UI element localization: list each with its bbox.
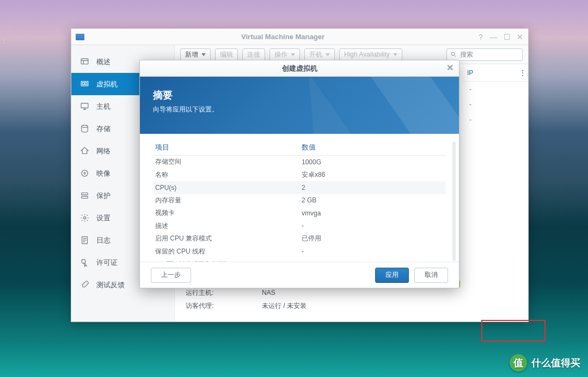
search-icon [450,51,457,58]
toolbar-add-button[interactable]: 新增 [180,48,211,61]
protect-icon [80,191,89,200]
sidebar-label: 主机 [96,102,111,112]
toolbar-power-button[interactable]: 开机 [304,48,335,61]
window-titlebar: Virtual Machine Manager ? — ☐ ✕ [71,29,528,45]
detail-guest-value: 未运行 / 未安装 [262,301,307,311]
sidebar-label: 设置 [96,213,111,223]
close-button[interactable]: ✕ [516,33,524,41]
summary-row: 内存容量2 GB [153,194,446,207]
svg-point-7 [84,172,85,174]
sidebar-label: 测试反馈 [96,280,125,290]
summary-row: 视频卡vmvga [153,207,446,220]
search-input[interactable]: 搜索 [446,48,523,61]
toolbar-connect-button[interactable]: 连接 [242,48,265,61]
svg-rect-3 [85,83,87,85]
table-row[interactable]: - [463,97,528,112]
summary-value: 2 [299,184,446,191]
start-after-create-checkbox[interactable] [166,261,174,262]
summary-key: 启用 CPU 兼容模式 [153,234,299,243]
license-icon [80,258,89,267]
detail-guest-label: 访客代理: [186,301,262,311]
log-icon [80,236,89,245]
svg-point-5 [82,125,88,127]
dialog-close-icon[interactable]: ✕ [445,64,455,73]
summary-row: CPU(s)2 [153,181,446,194]
summary-value: 安卓x86 [299,170,446,180]
watermark-badge-icon: 值 [510,354,527,372]
window-title: Virtual Machine Manager [89,33,477,41]
svg-rect-2 [82,83,84,85]
toolbar-action-button[interactable]: 操作 [270,48,300,61]
summary-value: 已停用 [299,234,446,243]
scrollbar[interactable] [452,141,456,261]
summary-key: 描述 [153,221,299,231]
dialog-title: 创建虚拟机 [282,64,317,73]
watermark-text: 什么值得买 [531,356,580,369]
feedback-icon [80,280,89,289]
bg-number: 1 [2,38,5,45]
watermark: 值 什么值得买 [510,354,580,372]
summary-value: 2 GB [299,196,446,204]
svg-rect-4 [81,103,88,108]
dialog-body: 项目 数值 存储空间1000G名称安卓x86CPU(s)2内存容量2 GB视频卡… [140,134,459,262]
create-vm-dialog: 创建虚拟机 ✕ 摘要 向导将应用以下设置。 项目 数值 存储空间1000G名称安… [139,60,460,288]
minimize-button[interactable]: — [490,33,498,41]
window-controls: ? — ☐ ✕ [477,33,524,41]
sidebar-label: 保护 [96,191,111,201]
svg-rect-8 [82,193,88,195]
svg-point-12 [82,259,85,263]
table-rows: - - - [463,82,528,127]
dialog-title-bar: 创建虚拟机 ✕ [140,60,459,77]
summary-header: 项目 数值 [153,139,446,156]
back-button[interactable]: 上一步 [151,268,191,283]
col-item: 项目 [153,143,299,152]
summary-key: 名称 [153,170,299,180]
sidebar-label: 存储 [96,124,111,134]
toolbar-ha-button[interactable]: High Availability [339,48,402,61]
checkbox-label: 创建后开启虚拟机 [178,260,230,262]
toolbar-edit-button[interactable]: 编辑 [215,48,238,61]
apply-button[interactable]: 应用 [375,268,409,283]
table-row[interactable]: - [463,82,528,97]
summary-row: 名称安卓x86 [153,169,446,182]
cancel-button[interactable]: 取消 [414,268,448,283]
summary-row: 描述- [153,220,446,233]
summary-row: 保留的 CPU 线程- [153,245,446,258]
summary-key: 内存容量 [153,196,299,205]
column-options-icon[interactable]: ⋮ [517,69,528,77]
maximize-button[interactable]: ☐ [503,33,511,41]
detail-host-label: 运行主机: [186,288,262,298]
vm-icon [80,79,89,89]
image-icon [80,169,89,178]
sidebar-label: 虚拟机 [96,79,118,89]
summary-row: 启用 CPU 兼容模式已停用 [153,232,446,245]
column-ip[interactable]: IP [463,69,517,77]
table-header: IP ⋮ [463,64,528,82]
svg-point-13 [451,52,455,55]
svg-point-10 [83,217,85,219]
sidebar-label: 许可证 [96,258,118,268]
svg-rect-9 [82,196,88,199]
summary-key: 视频卡 [153,208,299,218]
dialog-hero-subtitle: 向导将应用以下设置。 [153,105,446,114]
summary-value: vmvga [299,209,446,217]
summary-value: 1000G [299,158,446,166]
table-row[interactable]: - [463,112,528,127]
sidebar-label: 日志 [96,236,111,245]
app-icon [76,34,84,40]
help-button[interactable]: ? [477,33,485,41]
dialog-hero-title: 摘要 [153,89,446,102]
network-icon [80,146,89,156]
summary-key: CPU(s) [153,184,299,191]
dialog-hero: 摘要 向导将应用以下设置。 [140,77,459,134]
sidebar-label: 网络 [96,146,111,156]
checkbox-row: 创建后开启虚拟机 [153,258,446,262]
summary-key: 保留的 CPU 线程 [153,247,299,256]
summary-value: - [299,248,446,255]
summary-value: - [299,222,446,230]
storage-icon [80,124,89,133]
gear-icon [80,213,89,223]
svg-point-6 [82,170,88,176]
detail-host-value: NAS [262,289,275,296]
sidebar-label: 概述 [96,57,111,67]
